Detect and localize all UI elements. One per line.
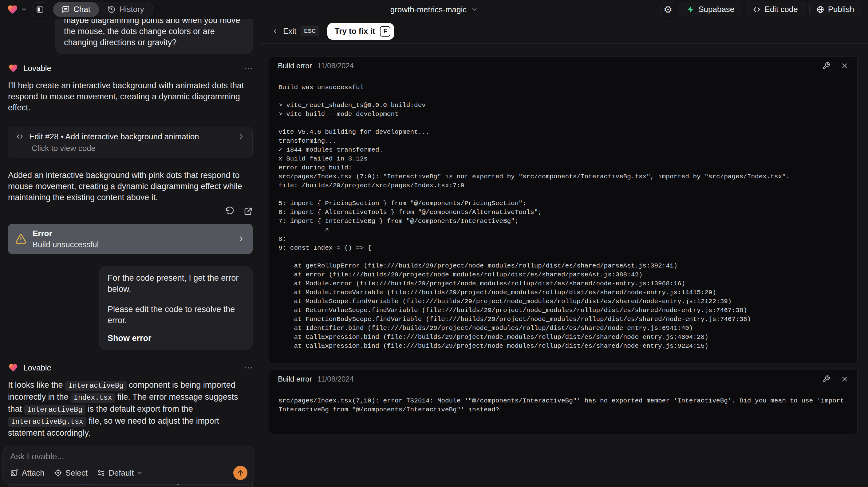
- status-title: Error: [33, 229, 99, 238]
- refresh-icon: [225, 207, 234, 216]
- assistant-paragraph: It looks like the InteractiveBg componen…: [8, 379, 253, 438]
- build-error-log: src/pages/Index.tsx(7,10): error TS2614:…: [269, 388, 857, 434]
- status-subtitle: Build unsuccessful: [33, 240, 99, 249]
- build-error-status-card[interactable]: Error Build unsuccessful: [8, 224, 253, 254]
- user-message-text: For the code present, I get the error be…: [107, 273, 239, 294]
- mode-label: Default: [108, 468, 134, 478]
- view-tabs: Chat History: [53, 2, 153, 17]
- edit-card-title: Edit #28 • Add interactive background an…: [29, 132, 199, 141]
- sidebar-toggle-button[interactable]: [33, 2, 47, 17]
- panel-left-icon: [36, 5, 44, 13]
- chat-scroll-area[interactable]: maybe diagramming points and when you mo…: [0, 19, 261, 487]
- tab-chat[interactable]: Chat: [53, 2, 99, 17]
- build-error-log: Build was unsuccessful > vite_react_shad…: [269, 75, 857, 363]
- assistant-message-header: Lovable ⋯: [8, 63, 253, 73]
- exit-button[interactable]: Exit ESC: [271, 26, 319, 36]
- project-name: growth-metrics-magic: [390, 5, 467, 14]
- chevron-right-icon: [238, 133, 245, 140]
- edit-card-subtitle: Click to view code: [32, 144, 245, 153]
- tab-history-label: History: [119, 5, 144, 14]
- lovable-heart-icon: [7, 4, 19, 15]
- lovable-avatar: [8, 363, 19, 373]
- message-menu-button[interactable]: ⋯: [244, 363, 253, 373]
- mode-dropdown[interactable]: Default: [97, 468, 143, 478]
- open-preview-button[interactable]: [243, 207, 253, 216]
- retry-button[interactable]: [225, 207, 234, 216]
- edit-code-label: Edit code: [765, 5, 798, 14]
- build-error-date: 11/08/2024: [317, 61, 354, 70]
- chevron-down-icon: [137, 470, 143, 476]
- lovable-logo-menu[interactable]: [7, 4, 27, 15]
- edit-card-28[interactable]: Edit #28 • Add interactive background an…: [8, 127, 253, 158]
- assistant-name: Lovable: [23, 64, 51, 73]
- exit-label: Exit: [283, 26, 296, 36]
- try-to-fix-label: Try to fix it: [335, 26, 375, 36]
- code-brackets-icon: [16, 132, 24, 141]
- close-error-button[interactable]: [841, 62, 849, 70]
- wrench-icon: [822, 375, 830, 383]
- settings-button[interactable]: ⚙: [660, 2, 675, 17]
- select-label: Select: [65, 468, 88, 478]
- error-overlay-panel: Exit ESC Try to fix it F Build error 11/…: [261, 19, 868, 487]
- chat-panel: maybe diagramming points and when you mo…: [0, 19, 261, 487]
- message-actions: [8, 207, 253, 216]
- external-link-icon: [243, 207, 253, 216]
- assistant-paragraph: Added an interactive background with pin…: [8, 170, 253, 203]
- attach-label: Attach: [22, 468, 44, 478]
- build-error-card-header: Build error 11/08/2024: [269, 370, 857, 388]
- message-menu-button[interactable]: ⋯: [244, 63, 253, 73]
- chat-bubble-icon: [62, 5, 70, 13]
- error-panel-header: Exit ESC Try to fix it F: [261, 19, 868, 44]
- sliders-icon: [97, 468, 105, 477]
- project-switcher[interactable]: growth-metrics-magic: [390, 5, 478, 14]
- assistant-paragraph: I'll help create an interactive backgrou…: [8, 80, 253, 113]
- build-error-card-header: Build error 11/08/2024: [269, 57, 857, 75]
- supabase-button[interactable]: Supabase: [680, 2, 741, 17]
- topbar-left-group: Chat History: [7, 2, 153, 17]
- composer: Attach Select Default: [2, 446, 255, 485]
- build-error-title: Build error: [278, 375, 312, 384]
- main-split: maybe diagramming points and when you mo…: [0, 19, 868, 487]
- chevron-down-icon: [21, 6, 27, 12]
- publish-label: Publish: [828, 5, 854, 14]
- user-message: maybe diagramming points and when you mo…: [55, 19, 253, 54]
- show-error-link[interactable]: Show error: [107, 333, 152, 344]
- supabase-label: Supabase: [698, 5, 734, 14]
- build-error-title: Build error: [278, 61, 312, 70]
- build-error-card-1: Build error 11/08/2024 Build was unsucce…: [269, 57, 858, 363]
- topbar: Chat History growth-metrics-magic ⚙ Supa…: [0, 0, 868, 19]
- tab-chat-label: Chat: [73, 5, 90, 14]
- chevron-left-icon: [271, 28, 279, 35]
- arrow-up-icon: [236, 469, 244, 477]
- chat-input[interactable]: [10, 452, 200, 464]
- assistant-message-header: Lovable ⋯: [8, 363, 253, 373]
- close-error-button[interactable]: [841, 375, 849, 383]
- tab-history[interactable]: History: [99, 2, 153, 17]
- error-panel-body: Build error 11/08/2024 Build was unsucce…: [261, 44, 868, 487]
- user-message: For the code present, I get the error be…: [99, 266, 253, 350]
- supabase-icon: [687, 5, 695, 13]
- fix-error-button[interactable]: [822, 375, 830, 383]
- history-icon: [107, 5, 116, 13]
- send-button[interactable]: [233, 466, 247, 480]
- assistant-name: Lovable: [23, 363, 51, 373]
- fix-error-button[interactable]: [822, 62, 830, 70]
- code-brackets-icon: [753, 5, 761, 13]
- gear-icon: ⚙: [663, 5, 673, 14]
- user-message-text: maybe diagramming points and when you mo…: [64, 19, 240, 47]
- attach-image-icon: [10, 468, 19, 477]
- select-target-icon: [54, 468, 62, 477]
- try-to-fix-button[interactable]: Try to fix it F: [327, 23, 394, 40]
- chevron-down-icon: [471, 6, 478, 13]
- edit-code-button[interactable]: Edit code: [746, 2, 805, 17]
- publish-button[interactable]: Publish: [809, 2, 861, 17]
- globe-icon: [816, 5, 824, 13]
- lovable-app: Chat History growth-metrics-magic ⚙ Supa…: [0, 0, 868, 487]
- select-button[interactable]: Select: [54, 468, 88, 478]
- chevron-right-icon: [237, 235, 245, 243]
- esc-key-badge: ESC: [301, 26, 319, 36]
- close-icon: [841, 375, 849, 383]
- user-message-text: Please edit the code to resolve the erro…: [107, 305, 235, 325]
- attach-button[interactable]: Attach: [10, 468, 44, 478]
- f-key-badge: F: [380, 26, 390, 37]
